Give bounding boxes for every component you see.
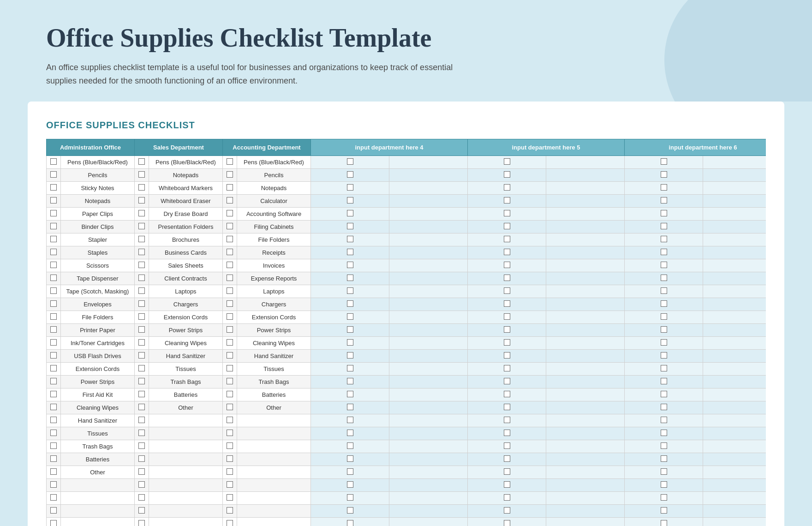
accounting-checkbox-cell[interactable] <box>223 375 237 388</box>
checkbox[interactable] <box>347 520 353 526</box>
dept4-checkbox-cell[interactable] <box>311 246 389 259</box>
checkbox[interactable] <box>504 468 510 475</box>
checkbox[interactable] <box>504 430 510 436</box>
checkbox[interactable] <box>661 365 667 371</box>
dept6-checkbox-cell[interactable] <box>625 207 703 220</box>
accounting-checkbox-cell[interactable] <box>223 401 237 414</box>
dept5-checkbox-cell[interactable] <box>468 168 546 181</box>
checkbox[interactable] <box>50 313 57 320</box>
accounting-checkbox-cell[interactable] <box>223 285 237 298</box>
dept4-checkbox-cell[interactable] <box>311 478 389 491</box>
checkbox[interactable] <box>138 210 145 216</box>
checkbox[interactable] <box>138 275 145 281</box>
dept4-checkbox-cell[interactable] <box>311 194 389 207</box>
dept4-checkbox-cell[interactable] <box>311 207 389 220</box>
checkbox[interactable] <box>504 223 510 229</box>
checkbox[interactable] <box>50 158 57 165</box>
accounting-checkbox-cell[interactable] <box>223 440 237 453</box>
admin-checkbox-cell[interactable] <box>47 504 61 517</box>
admin-checkbox-cell[interactable] <box>47 298 61 311</box>
checkbox[interactable] <box>504 365 510 371</box>
dept4-checkbox-cell[interactable] <box>311 336 389 349</box>
checkbox[interactable] <box>50 287 57 294</box>
checkbox[interactable] <box>347 326 353 333</box>
admin-checkbox-cell[interactable] <box>47 155 61 168</box>
accounting-checkbox-cell[interactable] <box>223 504 237 517</box>
checkbox[interactable] <box>138 249 145 255</box>
dept6-checkbox-cell[interactable] <box>625 466 703 478</box>
checkbox[interactable] <box>347 391 353 397</box>
dept4-checkbox-cell[interactable] <box>311 427 389 440</box>
dept5-checkbox-cell[interactable] <box>468 453 546 466</box>
sales-checkbox-cell[interactable] <box>135 311 149 323</box>
checkbox[interactable] <box>661 287 667 294</box>
checkbox[interactable] <box>504 262 510 268</box>
dept6-checkbox-cell[interactable] <box>625 440 703 453</box>
checkbox[interactable] <box>661 339 667 346</box>
dept5-checkbox-cell[interactable] <box>468 440 546 453</box>
checkbox[interactable] <box>50 171 57 178</box>
checkbox[interactable] <box>661 391 667 397</box>
checkbox[interactable] <box>661 404 667 410</box>
checkbox[interactable] <box>661 507 667 514</box>
dept4-checkbox-cell[interactable] <box>311 453 389 466</box>
admin-checkbox-cell[interactable] <box>47 440 61 453</box>
admin-checkbox-cell[interactable] <box>47 194 61 207</box>
dept6-checkbox-cell[interactable] <box>625 375 703 388</box>
sales-checkbox-cell[interactable] <box>135 298 149 311</box>
admin-checkbox-cell[interactable] <box>47 207 61 220</box>
checkbox[interactable] <box>227 326 233 333</box>
dept5-checkbox-cell[interactable] <box>468 375 546 388</box>
checkbox[interactable] <box>347 184 353 191</box>
dept4-checkbox-cell[interactable] <box>311 233 389 246</box>
checkbox[interactable] <box>50 326 57 333</box>
checkbox[interactable] <box>138 197 145 203</box>
checkbox[interactable] <box>661 520 667 526</box>
checkbox[interactable] <box>227 171 233 178</box>
checkbox[interactable] <box>50 455 57 462</box>
checkbox[interactable] <box>227 352 233 359</box>
checkbox[interactable] <box>227 236 233 242</box>
admin-checkbox-cell[interactable] <box>47 272 61 285</box>
dept4-checkbox-cell[interactable] <box>311 491 389 504</box>
checkbox[interactable] <box>50 442 57 449</box>
admin-checkbox-cell[interactable] <box>47 285 61 298</box>
dept4-checkbox-cell[interactable] <box>311 414 389 427</box>
dept6-checkbox-cell[interactable] <box>625 491 703 504</box>
admin-checkbox-cell[interactable] <box>47 401 61 414</box>
checkbox[interactable] <box>347 236 353 242</box>
checkbox[interactable] <box>347 365 353 371</box>
sales-checkbox-cell[interactable] <box>135 168 149 181</box>
checkbox[interactable] <box>138 300 145 307</box>
dept6-checkbox-cell[interactable] <box>625 336 703 349</box>
admin-checkbox-cell[interactable] <box>47 311 61 323</box>
dept5-checkbox-cell[interactable] <box>468 233 546 246</box>
accounting-checkbox-cell[interactable] <box>223 491 237 504</box>
dept6-checkbox-cell[interactable] <box>625 478 703 491</box>
checkbox[interactable] <box>138 404 145 410</box>
checkbox[interactable] <box>50 275 57 281</box>
sales-checkbox-cell[interactable] <box>135 414 149 427</box>
checkbox[interactable] <box>227 507 233 514</box>
dept4-checkbox-cell[interactable] <box>311 466 389 478</box>
sales-checkbox-cell[interactable] <box>135 181 149 194</box>
sales-checkbox-cell[interactable] <box>135 336 149 349</box>
dept6-checkbox-cell[interactable] <box>625 362 703 375</box>
dept5-checkbox-cell[interactable] <box>468 155 546 168</box>
admin-checkbox-cell[interactable] <box>47 362 61 375</box>
checkbox[interactable] <box>227 404 233 410</box>
admin-checkbox-cell[interactable] <box>47 323 61 336</box>
checkbox[interactable] <box>661 262 667 268</box>
checkbox[interactable] <box>50 223 57 229</box>
checkbox[interactable] <box>50 365 57 371</box>
checkbox[interactable] <box>50 249 57 255</box>
dept4-checkbox-cell[interactable] <box>311 311 389 323</box>
checkbox[interactable] <box>50 210 57 216</box>
checkbox[interactable] <box>661 378 667 384</box>
sales-checkbox-cell[interactable] <box>135 401 149 414</box>
checkbox[interactable] <box>138 158 145 165</box>
dept4-checkbox-cell[interactable] <box>311 272 389 285</box>
checkbox[interactable] <box>347 158 353 165</box>
accounting-checkbox-cell[interactable] <box>223 155 237 168</box>
checkbox[interactable] <box>661 197 667 203</box>
